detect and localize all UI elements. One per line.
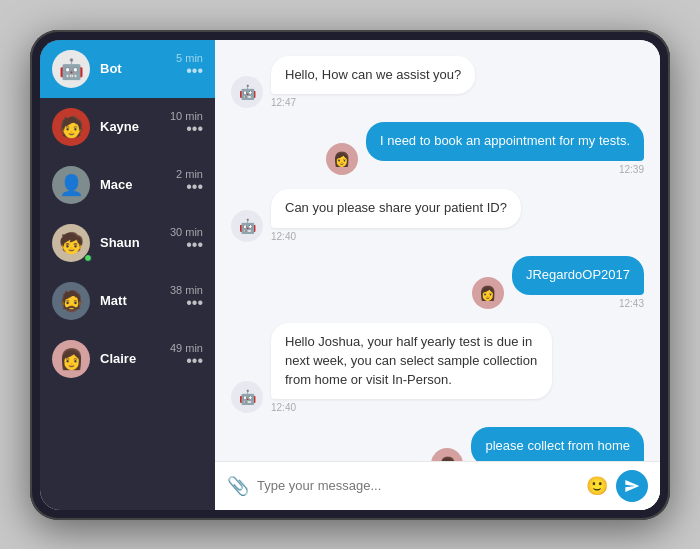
contact-time: 38 min [170, 284, 203, 296]
message-row: JRegardoOP201712:43👩 [231, 256, 644, 309]
message-time: 12:43 [619, 298, 644, 309]
message-row: 🤖Hello Joshua, your half yearly test is … [231, 323, 644, 414]
message-time: 12:47 [271, 97, 296, 108]
emoji-icon[interactable]: 🙂 [586, 475, 608, 497]
message-content: I need to book an appointment for my tes… [366, 122, 644, 175]
more-options-icon[interactable]: ••• [186, 352, 203, 370]
message-avatar: 🤖 [231, 381, 263, 413]
sidebar-item-shaun[interactable]: 🧒Shaun•••30 min [40, 214, 215, 272]
chat-area: 🤖Hello, How can we assist you?12:47I nee… [215, 40, 660, 510]
contact-time: 5 min [176, 52, 203, 64]
chat-input-area: 📎 🙂 [215, 461, 660, 510]
message-row: I need to book an appointment for my tes… [231, 122, 644, 175]
online-indicator [84, 254, 92, 262]
message-avatar: 👩 [472, 277, 504, 309]
message-row: 🤖Can you please share your patient ID?12… [231, 189, 644, 242]
message-time: 12:39 [619, 164, 644, 175]
message-bubble: please collect from home [471, 427, 644, 460]
sidebar-item-bot[interactable]: 🤖Bot•••5 min [40, 40, 215, 98]
message-avatar: 🤖 [231, 210, 263, 242]
message-row: 🤖Hello, How can we assist you?12:47 [231, 56, 644, 109]
more-options-icon[interactable]: ••• [186, 120, 203, 138]
message-bubble: JRegardoOP2017 [512, 256, 644, 295]
message-content: Hello Joshua, your half yearly test is d… [271, 323, 552, 414]
app-container: 🤖Bot•••5 min🧑Kayne•••10 min👤Mace•••2 min… [40, 40, 660, 510]
more-options-icon[interactable]: ••• [186, 236, 203, 254]
sidebar-item-mace[interactable]: 👤Mace•••2 min [40, 156, 215, 214]
sidebar-item-matt[interactable]: 🧔Matt•••38 min [40, 272, 215, 330]
sidebar: 🤖Bot•••5 min🧑Kayne•••10 min👤Mace•••2 min… [40, 40, 215, 510]
more-options-icon[interactable]: ••• [186, 62, 203, 80]
message-bubble: Hello Joshua, your half yearly test is d… [271, 323, 552, 400]
message-time: 12:40 [271, 231, 296, 242]
sidebar-item-kayne[interactable]: 🧑Kayne•••10 min [40, 98, 215, 156]
message-content: Can you please share your patient ID?12:… [271, 189, 521, 242]
message-avatar: 👩 [431, 448, 463, 460]
message-time: 12:40 [271, 402, 296, 413]
device-frame: 🤖Bot•••5 min🧑Kayne•••10 min👤Mace•••2 min… [30, 30, 670, 520]
message-avatar: 👩 [326, 143, 358, 175]
more-options-icon[interactable]: ••• [186, 178, 203, 196]
sidebar-item-claire[interactable]: 👩Claire•••49 min [40, 330, 215, 388]
avatar: 🤖 [52, 50, 90, 88]
message-bubble: I need to book an appointment for my tes… [366, 122, 644, 161]
avatar: 👤 [52, 166, 90, 204]
contact-time: 2 min [176, 168, 203, 180]
contact-time: 49 min [170, 342, 203, 354]
message-avatar: 🤖 [231, 76, 263, 108]
message-row: please collect from home12:43👩 [231, 427, 644, 460]
message-content: please collect from home12:43 [471, 427, 644, 460]
message-input[interactable] [257, 478, 578, 493]
avatar: 👩 [52, 340, 90, 378]
chat-messages: 🤖Hello, How can we assist you?12:47I nee… [215, 40, 660, 461]
more-options-icon[interactable]: ••• [186, 294, 203, 312]
contact-time: 30 min [170, 226, 203, 238]
message-content: Hello, How can we assist you?12:47 [271, 56, 475, 109]
contact-time: 10 min [170, 110, 203, 122]
send-button[interactable] [616, 470, 648, 502]
message-content: JRegardoOP201712:43 [512, 256, 644, 309]
message-bubble: Can you please share your patient ID? [271, 189, 521, 228]
avatar: 🧑 [52, 108, 90, 146]
message-bubble: Hello, How can we assist you? [271, 56, 475, 95]
avatar: 🧔 [52, 282, 90, 320]
attachment-icon[interactable]: 📎 [227, 475, 249, 497]
